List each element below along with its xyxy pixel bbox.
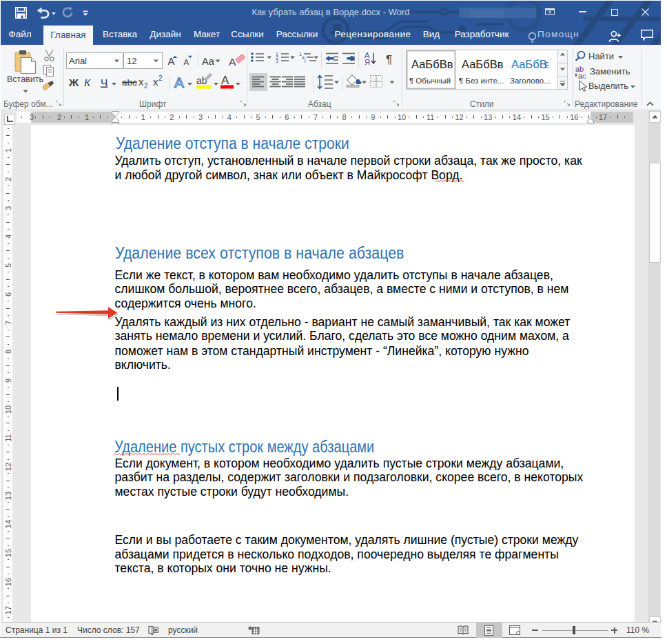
svg-text:ab: ab (196, 75, 207, 86)
svg-text:А: А (174, 74, 184, 90)
svg-text:c: c (582, 72, 586, 80)
svg-text:i: i (305, 59, 306, 63)
svg-text:Aa: Aa (202, 56, 215, 67)
svg-text:Ч: Ч (101, 77, 107, 88)
svg-text:3: 3 (276, 59, 278, 63)
svg-text:x: x (138, 76, 144, 88)
svg-text:А: А (221, 74, 229, 87)
svg-text:Я: Я (365, 58, 370, 66)
svg-text:Ж: Ж (68, 77, 79, 88)
svg-text:2: 2 (144, 82, 148, 90)
svg-text:А: А (168, 55, 175, 67)
svg-text:x: x (153, 76, 158, 88)
svg-text:2: 2 (158, 74, 163, 82)
svg-text:abc: abc (122, 77, 137, 88)
svg-text:А: А (229, 56, 236, 68)
svg-text:К: К (84, 77, 91, 88)
svg-text:¶: ¶ (386, 53, 392, 66)
svg-text:А: А (184, 58, 189, 66)
